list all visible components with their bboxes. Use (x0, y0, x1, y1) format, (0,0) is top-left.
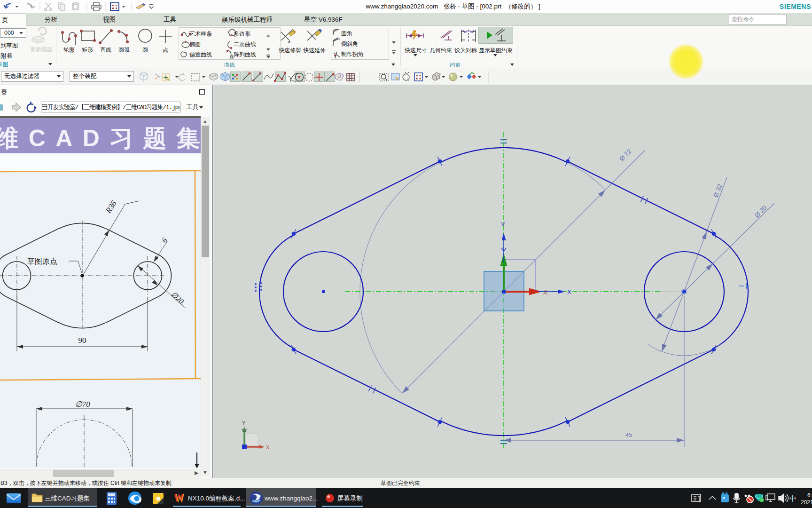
svg-text:www.zhangqiao2...: www.zhangqiao2... (264, 495, 318, 502)
svg-text:X: X (266, 444, 270, 450)
svg-text:2021: 2021 (801, 499, 812, 506)
svg-text:屏幕录制: 屏幕录制 (337, 495, 363, 502)
svg-text:∅70: ∅70 (75, 400, 90, 409)
svg-text:中: 中 (789, 494, 796, 502)
svg-text:6:: 6: (807, 492, 812, 499)
svg-text:45: 45 (625, 431, 632, 438)
svg-text:NX10.0编程教案.d...: NX10.0编程教案.d... (188, 495, 245, 502)
svg-text:X: X (567, 288, 571, 295)
svg-text:Ø 72: Ø 72 (618, 148, 632, 162)
svg-text:90: 90 (78, 336, 86, 345)
svg-text:Y: Y (501, 221, 505, 228)
svg-text:X: X (543, 288, 548, 296)
svg-text:草图原点: 草图原点 (27, 257, 57, 265)
svg-text:Y: Y (242, 420, 246, 426)
svg-text:三维CAD习题集: 三维CAD习题集 (45, 495, 90, 502)
